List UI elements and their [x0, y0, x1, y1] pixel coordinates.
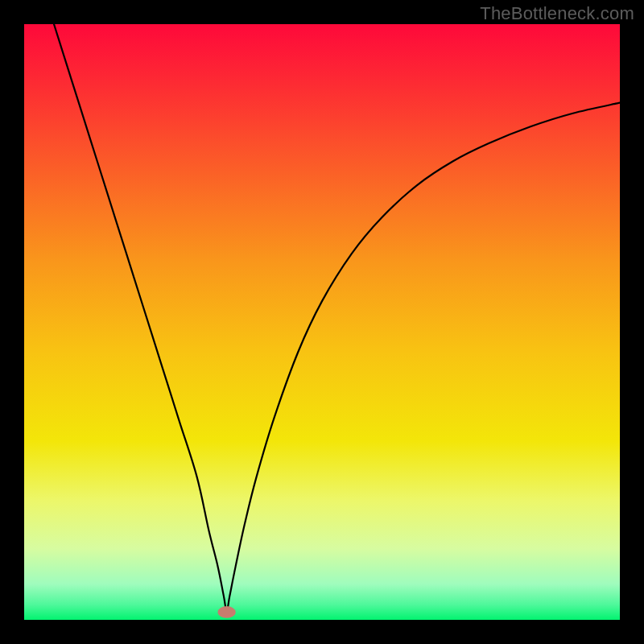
chart-frame: TheBottleneck.com — [0, 0, 644, 644]
watermark-text: TheBottleneck.com — [480, 3, 634, 24]
plot-area — [24, 24, 620, 620]
bottleneck-chart — [24, 24, 620, 620]
optimum-marker — [218, 606, 236, 618]
gradient-background — [24, 24, 620, 620]
